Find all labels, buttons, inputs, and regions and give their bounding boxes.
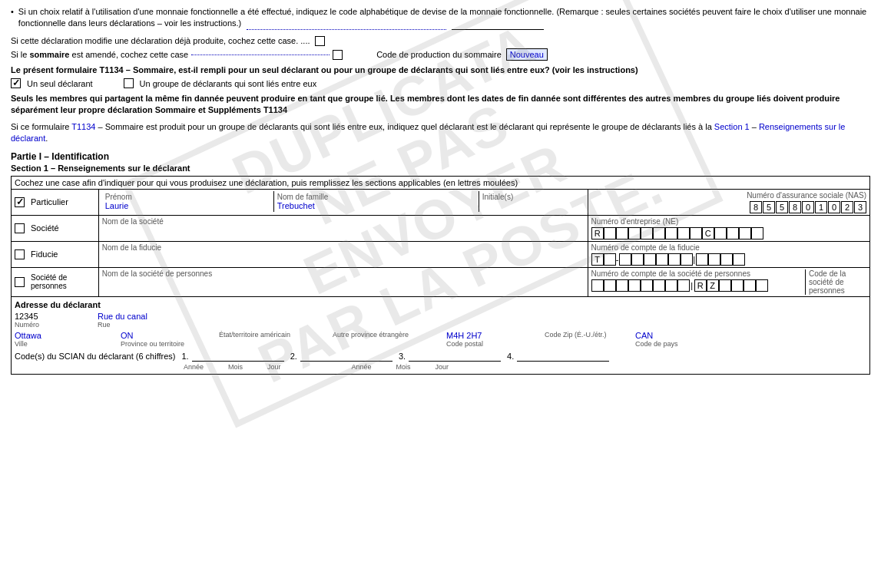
- ne-box-12[interactable]: [751, 227, 763, 239]
- numero-label: Numéro: [15, 321, 91, 329]
- sp-numero-label: Numéro de compte de la société de person…: [591, 269, 802, 278]
- ne-box-5[interactable]: [653, 227, 665, 239]
- sp-boxes-container: | R Z: [591, 279, 802, 292]
- sp-box-6[interactable]: [653, 279, 665, 292]
- date-jour-label-2: Jour: [436, 363, 449, 371]
- societe-fields-cell: Nom de la société: [98, 215, 588, 241]
- nas-box-4[interactable]: 8: [789, 201, 801, 213]
- fiducie-box-9[interactable]: [708, 253, 720, 266]
- sp-box-9[interactable]: [719, 279, 731, 292]
- sp-box-7[interactable]: [665, 279, 677, 292]
- code-zip-label: Code Zip (É.-U./étr.): [545, 331, 629, 339]
- sp-z-box[interactable]: Z: [707, 279, 719, 292]
- currency-input[interactable]: [452, 19, 544, 30]
- radio-group: Un seul déclarant Un groupe de déclarant…: [11, 78, 870, 88]
- societe-checkbox[interactable]: [15, 223, 25, 233]
- nom-famille-label: Nom de famille: [277, 193, 475, 201]
- ne-box-8[interactable]: [690, 227, 702, 239]
- nas-box-2[interactable]: 5: [763, 201, 775, 213]
- code-production-label: Code de production du sommaire: [376, 50, 502, 59]
- societe-personnes-fields-cell: Nom de la société de personnes: [98, 267, 588, 296]
- date-annee-label-2: Année: [352, 363, 372, 371]
- fiducie-checkbox[interactable]: [15, 249, 25, 259]
- section1-link[interactable]: Section 1: [714, 122, 750, 131]
- ne-box-9[interactable]: [714, 227, 727, 239]
- fiducie-box-3[interactable]: [631, 253, 644, 266]
- date-row: Année Mois Jour Année Mois Jour: [184, 363, 866, 371]
- t1134-link[interactable]: T1134: [71, 122, 95, 131]
- fiducie-boxes-container: T - |: [591, 253, 866, 266]
- scian-input-1[interactable]: [192, 351, 284, 362]
- societe-personnes-row: Société de personnes Nom de la société d…: [12, 267, 870, 296]
- nom-fiducie-label: Nom de la fiducie: [102, 243, 585, 252]
- ne-box-11[interactable]: [739, 227, 751, 239]
- radio-groupe-declarants[interactable]: Un groupe de déclarants qui sont liés en…: [124, 78, 317, 88]
- nas-box-6[interactable]: 1: [815, 201, 827, 213]
- fiducie-box-11[interactable]: [733, 253, 745, 266]
- nas-box-9[interactable]: 3: [854, 201, 866, 213]
- date-annee-label-1: Année: [184, 363, 204, 371]
- modifie-text: Si cette déclaration modifie une déclara…: [11, 36, 310, 45]
- sp-box-8[interactable]: [677, 279, 690, 292]
- nas-box-8[interactable]: 2: [841, 201, 853, 213]
- sp-box-2[interactable]: [604, 279, 616, 292]
- code-production-input[interactable]: Nouveau: [506, 48, 548, 61]
- ne-box-7[interactable]: [677, 227, 690, 239]
- societe-row: Société Nom de la société Numéro d'entre…: [12, 215, 870, 241]
- sp-box-5[interactable]: [641, 279, 653, 292]
- societe-personnes-checkbox[interactable]: [15, 277, 25, 287]
- nas-box-5[interactable]: 0: [802, 201, 814, 213]
- ne-box-2[interactable]: [616, 227, 628, 239]
- sp-box-4[interactable]: [628, 279, 641, 292]
- fiducie-box-6[interactable]: [668, 253, 681, 266]
- groupe-declarants-checkbox[interactable]: [124, 78, 134, 88]
- fiducie-box-7[interactable]: [681, 253, 693, 266]
- sp-box-1[interactable]: [591, 279, 604, 292]
- sp-right-cells: Numéro de compte de la société de person…: [591, 269, 866, 295]
- scian-input-3[interactable]: [409, 351, 501, 362]
- scian-input-4[interactable]: [517, 351, 609, 362]
- seul-declarant-label: Un seul déclarant: [27, 79, 93, 88]
- ne-box-3[interactable]: [628, 227, 641, 239]
- ne-r-box[interactable]: R: [591, 227, 604, 239]
- rue-field: Rue du canal Rue: [98, 312, 866, 329]
- fiducie-box-2[interactable]: [619, 253, 631, 266]
- province-field: ON Province ou territoire: [121, 331, 213, 348]
- seul-declarant-checkbox[interactable]: [11, 78, 21, 88]
- section1-header: Section 1 – Renseignements sur le déclar…: [11, 164, 870, 173]
- ne-c-box[interactable]: C: [702, 227, 714, 239]
- code-pays-field: CAN Code de pays: [635, 331, 697, 348]
- sp-box-11[interactable]: [744, 279, 756, 292]
- sp-box-12[interactable]: [756, 279, 768, 292]
- ne-box-4[interactable]: [641, 227, 653, 239]
- sp-box-10[interactable]: [731, 279, 744, 292]
- bullet-dot: •: [11, 6, 14, 30]
- ne-box-10[interactable]: [727, 227, 739, 239]
- date-mois-label-2: Mois: [396, 363, 411, 371]
- sommaire-checkbox[interactable]: [333, 50, 343, 60]
- societe-label: Société: [31, 223, 59, 233]
- particulier-label: Particulier: [31, 197, 68, 206]
- fiducie-box-10[interactable]: [720, 253, 733, 266]
- radio-seul-declarant[interactable]: Un seul déclarant: [11, 78, 93, 88]
- modifie-checkbox[interactable]: [315, 36, 325, 46]
- ne-box-6[interactable]: [665, 227, 677, 239]
- nas-box-7[interactable]: 0: [828, 201, 840, 213]
- fiducie-box-8[interactable]: [696, 253, 708, 266]
- nom-societe-personnes-label: Nom de la société de personnes: [102, 269, 585, 278]
- fiducie-box-1[interactable]: [604, 253, 616, 266]
- code-postal-field: M4H 2H7 Code postal: [446, 331, 538, 348]
- scian-input-2[interactable]: [300, 351, 392, 362]
- sp-r-box[interactable]: R: [694, 279, 707, 292]
- ville-value: Ottawa: [15, 331, 114, 340]
- ne-label: Numéro d'entreprise (NE): [591, 217, 866, 226]
- fiducie-box-4[interactable]: [644, 253, 656, 266]
- fiducie-t-box[interactable]: T: [591, 253, 604, 266]
- ne-box-1[interactable]: [604, 227, 616, 239]
- nom-famille-value: Trebuchet: [277, 201, 315, 210]
- particulier-checkbox[interactable]: [15, 197, 25, 207]
- nas-box-1[interactable]: 8: [750, 201, 762, 213]
- nas-box-3[interactable]: 5: [776, 201, 788, 213]
- fiducie-box-5[interactable]: [656, 253, 668, 266]
- sp-box-3[interactable]: [616, 279, 628, 292]
